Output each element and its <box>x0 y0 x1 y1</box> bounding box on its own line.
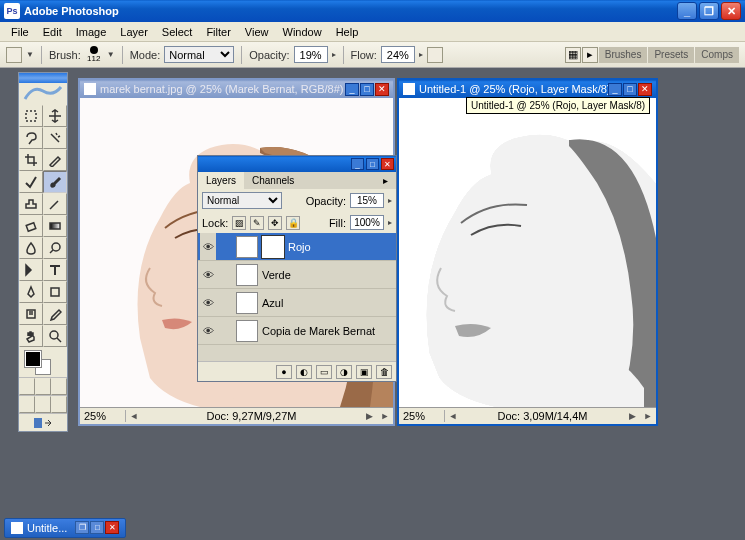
foreground-color-swatch[interactable] <box>25 351 41 367</box>
mode-select[interactable]: Normal <box>164 46 234 63</box>
status-menu-icon[interactable]: ▶ <box>361 411 377 421</box>
scroll-left-icon[interactable]: ◄ <box>445 411 461 421</box>
brush-preview[interactable]: 112 <box>85 46 103 64</box>
new-set-icon[interactable]: ▭ <box>316 365 332 379</box>
healing-tool[interactable] <box>19 171 43 193</box>
mini-maximize-button[interactable]: □ <box>90 521 104 534</box>
menu-select[interactable]: Select <box>155 23 200 41</box>
layer-opacity-input[interactable] <box>350 193 384 208</box>
layer-name[interactable]: Azul <box>262 297 283 309</box>
visibility-icon[interactable]: 👁 <box>200 269 216 281</box>
tab-presets[interactable]: Presets <box>648 47 694 63</box>
doc1-maximize-button[interactable]: □ <box>360 83 374 96</box>
chevron-icon[interactable]: ▸ <box>388 218 392 227</box>
zoom-tool[interactable] <box>43 325 67 347</box>
chevron-down-icon[interactable]: ▼ <box>107 50 115 59</box>
doc1-titlebar[interactable]: marek bernat.jpg @ 25% (Marek Bernat, RG… <box>80 80 393 98</box>
layer-row[interactable]: 👁 Copia de Marek Bernat <box>198 317 396 345</box>
flow-input[interactable] <box>381 46 415 63</box>
panel-maximize-button[interactable]: □ <box>366 158 379 170</box>
lock-all-icon[interactable]: 🔒 <box>286 216 300 230</box>
move-tool[interactable] <box>43 105 67 127</box>
menu-help[interactable]: Help <box>329 23 366 41</box>
close-button[interactable]: ✕ <box>721 2 741 20</box>
visibility-icon[interactable]: 👁 <box>200 297 216 309</box>
wand-tool[interactable] <box>43 127 67 149</box>
doc2-close-button[interactable]: ✕ <box>638 83 652 96</box>
crop-tool[interactable] <box>19 149 43 171</box>
chevron-down-icon[interactable]: ▸ <box>332 50 336 59</box>
fullscreen-menu-icon[interactable] <box>35 378 51 395</box>
path-tool[interactable] <box>19 259 43 281</box>
tab-brushes[interactable]: Brushes <box>599 47 648 63</box>
visibility-icon[interactable]: 👁 <box>200 233 216 260</box>
history-brush-tool[interactable] <box>43 193 67 215</box>
lasso-tool[interactable] <box>19 127 43 149</box>
doc2-maximize-button[interactable]: □ <box>623 83 637 96</box>
standard-mode-icon[interactable] <box>19 378 35 395</box>
chevron-icon[interactable]: ▸ <box>388 196 392 205</box>
doc2-minimize-button[interactable]: _ <box>608 83 622 96</box>
status-menu-icon[interactable]: ▶ <box>624 411 640 421</box>
panel-minimize-button[interactable]: _ <box>351 158 364 170</box>
color-swatches[interactable] <box>19 347 67 377</box>
menu-image[interactable]: Image <box>69 23 114 41</box>
stamp-tool[interactable] <box>19 193 43 215</box>
menu-view[interactable]: View <box>238 23 276 41</box>
delete-layer-icon[interactable]: 🗑 <box>376 365 392 379</box>
lock-paint-icon[interactable]: ✎ <box>250 216 264 230</box>
layer-row[interactable]: 👁 Verde <box>198 261 396 289</box>
pen-tool[interactable] <box>19 281 43 303</box>
tool-preset-icon[interactable] <box>6 47 22 63</box>
scroll-right-icon[interactable]: ► <box>377 411 393 421</box>
visibility-icon[interactable]: 👁 <box>200 325 216 337</box>
notes-tool[interactable] <box>19 303 43 325</box>
new-layer-icon[interactable]: ▣ <box>356 365 372 379</box>
doc2-canvas[interactable] <box>399 98 656 407</box>
doc1-minimize-button[interactable]: _ <box>345 83 359 96</box>
mini-restore-button[interactable]: ❐ <box>75 521 89 534</box>
brush-tool[interactable] <box>43 171 67 193</box>
gradient-tool[interactable] <box>43 215 67 237</box>
lock-transparency-icon[interactable]: ▨ <box>232 216 246 230</box>
airbrush-icon[interactable] <box>427 47 443 63</box>
chevron-down-icon[interactable]: ▸ <box>419 50 423 59</box>
dodge-tool[interactable] <box>43 237 67 259</box>
hand-tool[interactable] <box>19 325 43 347</box>
screen-full2-icon[interactable] <box>51 396 67 413</box>
marquee-tool[interactable] <box>19 105 43 127</box>
minimized-doc[interactable]: Untitle... ❐ □ ✕ <box>4 518 126 538</box>
screen-std-icon[interactable] <box>19 396 35 413</box>
maximize-button[interactable]: ❐ <box>699 2 719 20</box>
layer-thumbnail[interactable] <box>236 236 258 258</box>
fill-input[interactable] <box>350 215 384 230</box>
layer-row[interactable]: 👁 Rojo <box>198 233 396 261</box>
lock-move-icon[interactable]: ✥ <box>268 216 282 230</box>
layer-name[interactable]: Verde <box>262 269 291 281</box>
toolbox-grip[interactable] <box>19 73 67 83</box>
doc2-zoom[interactable]: 25% <box>399 410 445 422</box>
menu-layer[interactable]: Layer <box>113 23 155 41</box>
palette-menu-icon[interactable]: ▸ <box>582 47 598 63</box>
tab-channels[interactable]: Channels <box>244 172 302 189</box>
tab-layers[interactable]: Layers <box>198 172 244 189</box>
layer-name[interactable]: Rojo <box>288 241 311 253</box>
adjustment-icon[interactable]: ◑ <box>336 365 352 379</box>
blend-mode-select[interactable]: Normal <box>202 192 282 209</box>
menu-filter[interactable]: Filter <box>199 23 237 41</box>
panel-menu-icon[interactable]: ▸ <box>375 172 396 189</box>
doc1-close-button[interactable]: ✕ <box>375 83 389 96</box>
eraser-tool[interactable] <box>19 215 43 237</box>
minimize-button[interactable]: _ <box>677 2 697 20</box>
layer-mask-thumbnail[interactable] <box>262 236 284 258</box>
chevron-down-icon[interactable]: ▼ <box>26 50 34 59</box>
menu-edit[interactable]: Edit <box>36 23 69 41</box>
menu-window[interactable]: Window <box>276 23 329 41</box>
layer-name[interactable]: Copia de Marek Bernat <box>262 325 375 337</box>
layer-row[interactable]: 👁 Azul <box>198 289 396 317</box>
scroll-left-icon[interactable]: ◄ <box>126 411 142 421</box>
opacity-input[interactable] <box>294 46 328 63</box>
layer-thumbnail[interactable] <box>236 292 258 314</box>
panel-close-button[interactable]: ✕ <box>381 158 394 170</box>
shape-tool[interactable] <box>43 281 67 303</box>
